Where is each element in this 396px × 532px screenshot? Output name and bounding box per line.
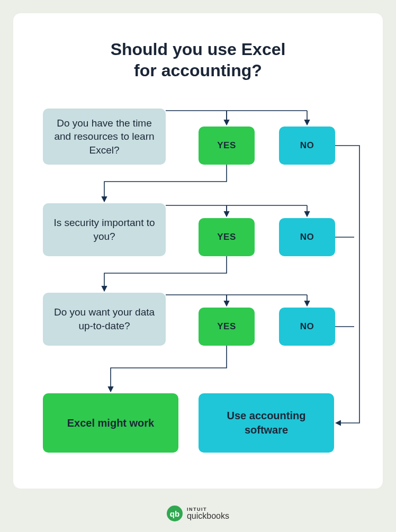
title-line-2: for accounting? [134,61,262,80]
result-software: Use accounting software [199,393,334,453]
brand-bottom: quickbooks [187,512,229,520]
branding-text: INTUIT quickbooks [187,507,229,520]
q1-yes: YES [199,127,255,165]
q3-no: NO [279,308,335,346]
q2-no: NO [279,218,335,256]
question-1: Do you have the time and resources to le… [43,109,166,165]
logo-glyph: qb [170,509,179,518]
q1-no: NO [279,127,335,165]
result-excel: Excel might work [43,393,178,453]
question-3: Do you want your data up-to-date? [43,293,166,346]
q2-yes: YES [199,218,255,256]
quickbooks-logo-icon: qb [167,506,183,521]
title-line-1: Should you use Excel [111,40,286,59]
q3-yes: YES [199,308,255,346]
branding: qb INTUIT quickbooks [0,506,396,521]
infographic-card: Should you use Excel for accounting? Do … [13,13,383,489]
page-title: Should you use Excel for accounting? [13,39,383,81]
question-2: Is security important to you? [43,203,166,256]
